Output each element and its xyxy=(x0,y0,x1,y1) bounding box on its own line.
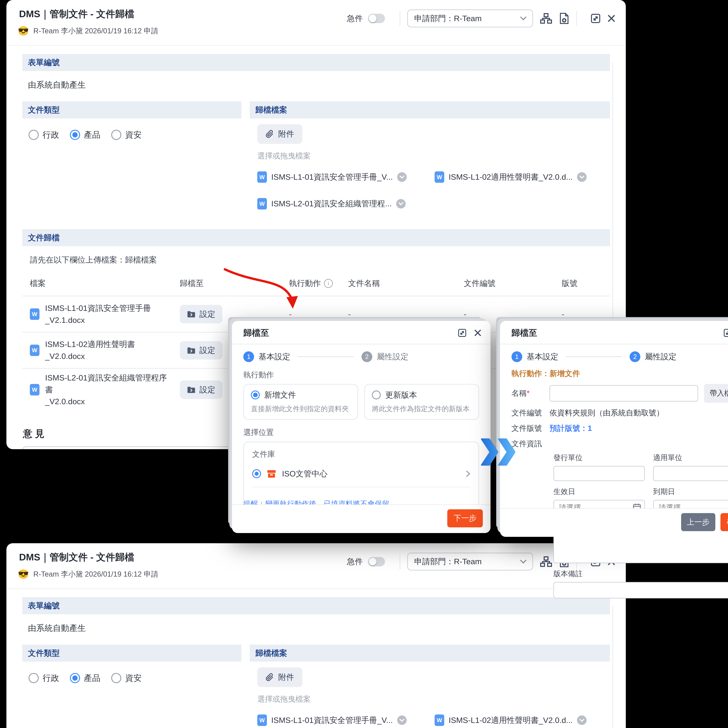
doc-version-value: 預計版號：1 xyxy=(549,423,592,434)
chip-menu-icon[interactable] xyxy=(577,172,586,182)
file-chip: W ISMS-L1-02適用性聲明書_V2.0.d... xyxy=(434,171,587,183)
toggle-knob xyxy=(369,15,376,22)
urgent-label: 急件 xyxy=(347,556,363,567)
expiry-date-label: 到期日 xyxy=(653,487,728,497)
doc-version-label: 文件版號 xyxy=(511,423,550,434)
chip-menu-icon[interactable] xyxy=(396,199,406,208)
section-form-number: 表單編號 xyxy=(22,54,610,71)
section-archive-files: 歸檔檔案 xyxy=(250,101,610,119)
radio-security[interactable]: 資安 xyxy=(111,673,142,684)
paperclip-icon xyxy=(266,130,274,138)
divider xyxy=(400,11,400,26)
doc-type-radios: 行政 產品 資安 xyxy=(22,662,242,694)
urgent-toggle[interactable] xyxy=(368,14,385,23)
file-chips: W ISMS-L1-01資訊安全管理手冊_V... W ISMS-L1-02適用… xyxy=(257,714,588,728)
action-summary: 執行動作：新增文件 xyxy=(511,369,728,379)
version-note-textarea[interactable] xyxy=(554,582,728,598)
info-icon[interactable]: i xyxy=(324,279,333,288)
department-select-value: 申請部門：R-Team xyxy=(414,556,482,567)
step-connector xyxy=(566,356,622,357)
file-chip: W ISMS-L2-01資訊安全組織管理程... xyxy=(257,198,406,210)
section-doc-archive: 文件歸檔 xyxy=(22,229,610,246)
org-chart-icon[interactable] xyxy=(540,556,552,567)
set-button[interactable]: 設定 xyxy=(180,341,222,359)
confirm-button[interactable]: 確定 xyxy=(720,513,728,531)
set-button[interactable]: 設定 xyxy=(180,381,222,399)
word-file-icon: W xyxy=(257,198,267,210)
attach-button[interactable]: 附件 xyxy=(257,124,303,144)
action-label: 執行動作 xyxy=(232,362,491,384)
urgent-toggle[interactable] xyxy=(368,557,385,566)
doc-type-column: 文件類型 行政 產品 資安 xyxy=(22,101,242,221)
summary-textarea[interactable] xyxy=(554,534,728,563)
archive-files-column: 歸檔檔案 附件 選擇或拖曳檔案 W ISMS-L1-01資訊安全管理手冊_V..… xyxy=(250,101,610,221)
header-controls: 急件 申請部門：R-Team xyxy=(347,9,616,27)
folder-icon xyxy=(187,347,196,354)
toggle-knob xyxy=(369,558,376,565)
option-update-version[interactable]: 更新版本 將此文件作為指定文件的新版本 xyxy=(364,384,479,420)
radio-admin[interactable]: 行政 xyxy=(29,129,59,141)
radio-admin[interactable]: 行政 xyxy=(29,673,59,684)
archive-files-column: 歸檔檔案 附件 選擇或拖曳檔案 W ISMS-L1-01資訊安全管理手冊_V..… xyxy=(250,645,610,728)
prev-step-button[interactable]: 上一步 xyxy=(681,513,716,531)
effective-date-label: 生效日 xyxy=(554,487,645,497)
urgent-label: 急件 xyxy=(347,13,363,24)
section-doc-type: 文件類型 xyxy=(22,645,242,662)
doc-no-value: 依資料夾規則（由系統自動取號） xyxy=(549,408,664,418)
department-select[interactable]: 申請部門：R-Team xyxy=(407,9,533,27)
issue-unit-input[interactable] xyxy=(554,466,645,481)
chip-menu-icon[interactable] xyxy=(577,716,586,725)
new-document-icon[interactable] xyxy=(559,12,569,24)
step-1-circle: 1 xyxy=(511,351,522,362)
chip-menu-icon[interactable] xyxy=(397,716,407,725)
next-step-button[interactable]: 下一步 xyxy=(447,509,483,527)
chevron-right-icon xyxy=(466,470,470,477)
word-file-icon: W xyxy=(30,384,39,395)
radio-product[interactable]: 產品 xyxy=(70,129,100,141)
doc-no-label: 文件編號 xyxy=(511,408,550,418)
word-file-icon: W xyxy=(257,714,267,726)
chevron-down-icon xyxy=(520,16,527,21)
applicant-info: R-Team 李小黛 2026/01/19 16:12 申請 xyxy=(33,569,158,579)
file-chip: W ISMS-L1-02適用性聲明書_V2.0.d... xyxy=(434,714,587,726)
form-number-value: 由系統自動產生 xyxy=(22,71,610,101)
window-header: DMS｜管制文件 - 文件歸檔 😎 R-Team 李小黛 2026/01/19 … xyxy=(6,0,626,46)
close-icon[interactable] xyxy=(474,329,482,336)
radio-icon-selected xyxy=(252,469,261,478)
fill-filename-button[interactable]: 帶入檔名 xyxy=(704,384,728,403)
set-button[interactable]: 設定 xyxy=(180,305,222,323)
radio-icon-selected xyxy=(70,130,80,140)
department-select[interactable]: 申請部門：R-Team xyxy=(407,553,533,570)
content-rail xyxy=(612,606,613,728)
expand-icon[interactable] xyxy=(591,14,600,23)
apply-unit-input[interactable] xyxy=(653,466,728,481)
step-2-label: 屬性設定 xyxy=(645,351,677,362)
modal-title: 歸檔至 xyxy=(511,327,716,339)
section-form-number: 表單編號 xyxy=(22,597,610,614)
radio-product[interactable]: 產品 xyxy=(70,673,100,684)
location-label: 選擇位置 xyxy=(232,420,491,442)
library-label: 文件庫 xyxy=(252,449,470,459)
org-chart-icon[interactable] xyxy=(540,13,552,24)
step-1-circle: 1 xyxy=(243,351,254,362)
chip-menu-icon[interactable] xyxy=(397,172,407,182)
step-2-circle: 2 xyxy=(630,351,640,362)
file-chip: W ISMS-L1-01資訊安全管理手冊_V... xyxy=(257,171,407,183)
option-add-document[interactable]: 新增文件 直接新增此文件到指定的資料夾 xyxy=(243,384,358,420)
attach-button[interactable]: 附件 xyxy=(257,667,303,687)
type-and-files: 文件類型 行政 產品 資安 歸檔檔案 附件 選擇或拖曳檔案 xyxy=(22,101,610,221)
radio-security[interactable]: 資安 xyxy=(111,129,142,141)
library-item-row[interactable]: ISO文管中心 xyxy=(252,468,470,487)
step-1-label: 基本設定 xyxy=(527,351,558,362)
radio-icon xyxy=(29,673,39,683)
radio-icon xyxy=(29,130,39,140)
name-input[interactable] xyxy=(549,385,698,402)
form-number-value: 由系統自動產生 xyxy=(22,614,610,645)
name-label: 名稱* xyxy=(511,388,550,399)
type-and-files: 文件類型 行政 產品 資安 歸檔檔案 附件 選擇或拖曳檔案 xyxy=(22,645,610,728)
expand-icon[interactable] xyxy=(723,329,728,337)
radio-icon xyxy=(111,130,121,140)
close-icon[interactable] xyxy=(607,14,616,23)
expand-icon[interactable] xyxy=(458,329,466,337)
applicant-row: 😎 R-Team 李小黛 2026/01/19 16:12 申請 xyxy=(18,26,158,36)
